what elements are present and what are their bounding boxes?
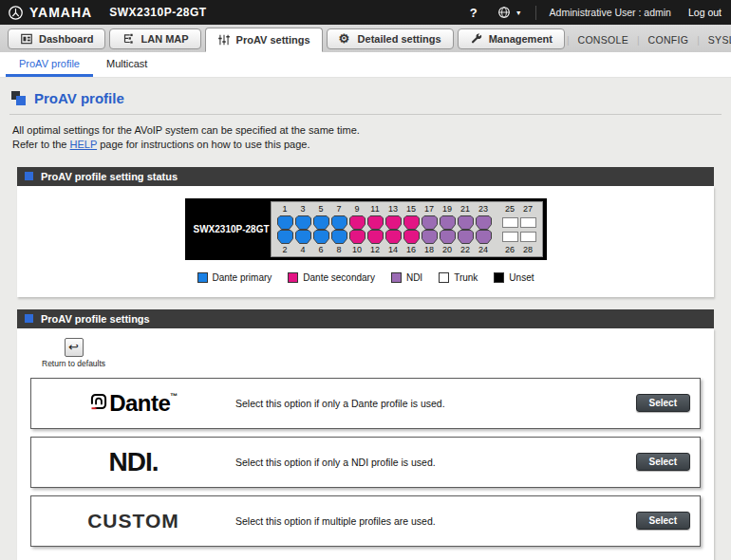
subtab-proav-profile[interactable]: ProAV profile bbox=[6, 52, 93, 77]
utility-link-config[interactable]: CONFIG bbox=[648, 34, 689, 46]
port-20 bbox=[439, 230, 457, 244]
port-number: 3 bbox=[300, 204, 305, 214]
tab-label: Detailed settings bbox=[358, 33, 441, 45]
port-22 bbox=[457, 230, 475, 244]
port-26 bbox=[501, 230, 519, 244]
port-number: 27 bbox=[523, 204, 533, 214]
tab-management[interactable]: Management bbox=[458, 28, 565, 49]
port-number: 4 bbox=[300, 245, 305, 254]
port-28 bbox=[519, 230, 537, 244]
dante-logo-icon bbox=[89, 392, 108, 411]
return-to-defaults-label: Return to defaults bbox=[42, 359, 105, 368]
separator: | bbox=[567, 35, 570, 46]
port-12 bbox=[366, 230, 384, 244]
legend-label: Dante primary bbox=[213, 272, 272, 283]
gear-icon: ⚙ bbox=[339, 32, 352, 46]
port-number: 9 bbox=[354, 204, 359, 214]
port-2 bbox=[276, 230, 294, 244]
legend-swatch bbox=[197, 272, 208, 283]
port-number: 1 bbox=[282, 204, 287, 214]
port-number: 19 bbox=[442, 204, 452, 214]
port-number: 12 bbox=[370, 245, 380, 254]
port-number: 13 bbox=[388, 204, 398, 214]
tab-lan-map[interactable]: LAN MAP bbox=[109, 28, 200, 49]
port-17 bbox=[421, 215, 439, 230]
logged-in-user: Administrative User : admin bbox=[550, 7, 671, 18]
main-tab-bar: DashboardLAN MAPProAV settings⚙Detailed … bbox=[0, 25, 731, 52]
dante-logo: Dante™ bbox=[89, 390, 178, 417]
legend-item-dante-secondary: Dante secondary bbox=[288, 272, 375, 283]
utility-link-syslog[interactable]: SYSLOG bbox=[708, 34, 731, 46]
separator: | bbox=[697, 35, 700, 46]
language-globe-button[interactable]: ▼ bbox=[497, 5, 522, 20]
status-section: ProAV profile setting status SWX2310P-28… bbox=[17, 167, 714, 297]
port-4 bbox=[294, 230, 312, 244]
profile-description: Select this option if only a Dante profi… bbox=[235, 398, 636, 409]
legend-item-unset: Unset bbox=[494, 272, 534, 283]
tab-label: LAN MAP bbox=[141, 33, 188, 45]
yamaha-logo-icon bbox=[8, 5, 24, 21]
port-25 bbox=[501, 215, 519, 230]
legend-label: Dante secondary bbox=[303, 272, 375, 283]
profile-logo-box: CUSTOM bbox=[31, 510, 235, 532]
tab-label: Dashboard bbox=[39, 33, 93, 45]
port-number: 16 bbox=[406, 245, 416, 254]
profile-row-ndi: NDI.Select this option if only a NDI pro… bbox=[30, 437, 701, 488]
legend-item-ndi: NDI bbox=[391, 272, 422, 283]
profile-logo-box: Dante™ bbox=[31, 390, 235, 417]
port-23 bbox=[475, 215, 493, 230]
topbar-right: ? ▼ Administrative User : admin Log out bbox=[464, 5, 722, 20]
wrench-icon bbox=[470, 32, 483, 46]
logout-link[interactable]: Log out bbox=[688, 7, 722, 18]
port-21 bbox=[457, 215, 475, 230]
tab-detailed-settings[interactable]: ⚙Detailed settings bbox=[327, 28, 454, 49]
custom-logo: CUSTOM bbox=[87, 510, 179, 532]
legend-label: Trunk bbox=[454, 272, 478, 283]
subtab-multicast[interactable]: Multicast bbox=[93, 52, 160, 77]
tab-dashboard[interactable]: Dashboard bbox=[8, 28, 105, 49]
select-button-ndi[interactable]: Select bbox=[636, 453, 690, 471]
port-number: 20 bbox=[442, 245, 452, 254]
brand: YAMAHA SWX2310P-28GT bbox=[8, 5, 207, 21]
legend-swatch bbox=[391, 272, 402, 283]
brand-name: YAMAHA bbox=[29, 5, 92, 20]
tab-proav-settings[interactable]: ProAV settings bbox=[205, 28, 323, 52]
help-button[interactable]: ? bbox=[464, 6, 483, 20]
legend-item-dante-primary: Dante primary bbox=[197, 272, 272, 283]
legend-swatch bbox=[439, 272, 449, 283]
port-field: 1357911131517192123252724681012141618202… bbox=[271, 201, 543, 257]
port-number: 26 bbox=[505, 245, 515, 254]
trademark-symbol: ™ bbox=[170, 392, 178, 401]
page-title-icon bbox=[11, 91, 26, 105]
legend-swatch bbox=[288, 272, 298, 283]
select-button-dante[interactable]: Select bbox=[636, 394, 690, 412]
profile-description: Select this option if only a NDI profile… bbox=[235, 457, 636, 468]
utility-link-console[interactable]: CONSOLE bbox=[578, 34, 628, 46]
utility-links: |CONSOLE|CONFIG|SYSLOG|TECHINFO bbox=[567, 34, 731, 52]
description-line1: All optimal settings for the AVoIP syste… bbox=[12, 124, 360, 136]
port-27 bbox=[519, 215, 537, 230]
ndi-logo: NDI. bbox=[109, 447, 159, 477]
profile-row-custom: CUSTOMSelect this option if multiple pro… bbox=[30, 495, 701, 547]
port-number: 14 bbox=[388, 245, 398, 254]
help-link[interactable]: HELP bbox=[70, 139, 98, 150]
topbar: YAMAHA SWX2310P-28GT ? ▼ Administrative … bbox=[0, 0, 731, 25]
port-15 bbox=[403, 215, 421, 230]
port-14 bbox=[384, 230, 403, 244]
port-10 bbox=[348, 230, 366, 244]
legend-label: Unset bbox=[509, 272, 534, 283]
sliders-icon bbox=[217, 33, 231, 47]
return-to-defaults-button[interactable]: ↩ Return to defaults bbox=[42, 338, 105, 368]
sub-tab-bar: ProAV profileMulticast bbox=[0, 52, 731, 78]
port-number: 17 bbox=[424, 204, 434, 214]
settings-section-title: ProAV profile settings bbox=[41, 313, 150, 325]
select-button-custom[interactable]: Select bbox=[636, 512, 690, 530]
settings-section-body: ↩ Return to defaults Dante™Select this o… bbox=[17, 328, 714, 560]
port-legend: Dante primaryDante secondaryNDITrunkUnse… bbox=[17, 272, 714, 283]
separator: | bbox=[637, 35, 640, 46]
lanmap-icon bbox=[122, 32, 135, 46]
chevron-down-icon: ▼ bbox=[515, 9, 522, 16]
description-line2-prefix: Refer to the bbox=[12, 139, 70, 150]
port-number: 22 bbox=[460, 245, 470, 254]
globe-icon bbox=[497, 5, 512, 20]
